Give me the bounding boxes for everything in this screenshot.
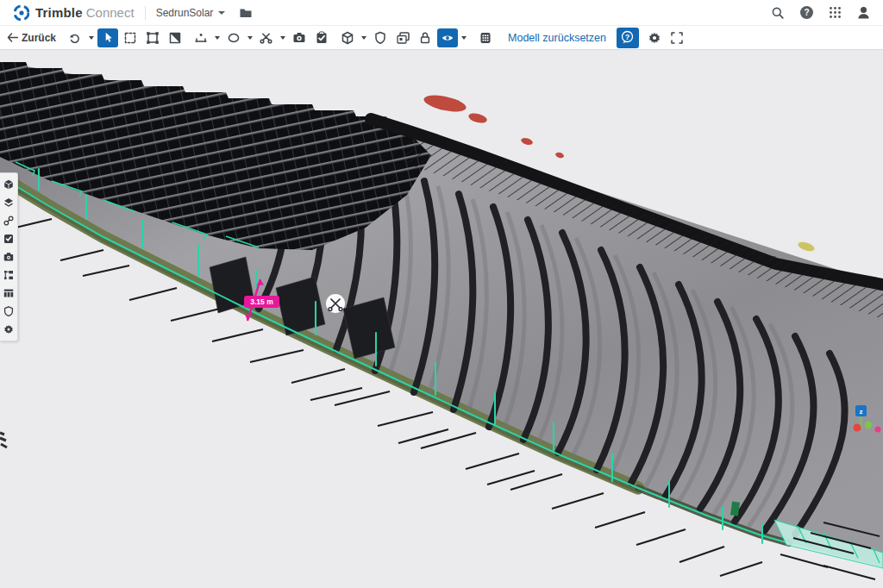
invert-selection-icon <box>168 31 182 45</box>
back-button[interactable]: Zurück <box>7 32 56 44</box>
undo-icon <box>68 31 82 45</box>
table-icon <box>3 288 14 298</box>
project-files-button[interactable] <box>239 7 253 19</box>
select-tool-button[interactable] <box>97 28 118 47</box>
cut-tool-button[interactable] <box>256 28 277 47</box>
protect-button[interactable] <box>370 28 391 47</box>
gizmo-pink-node <box>875 427 881 433</box>
measure-tool-button[interactable] <box>191 28 211 47</box>
cut-dropdown[interactable] <box>279 28 287 47</box>
sidebar-item-layers[interactable] <box>3 197 14 208</box>
markup-card-icon <box>396 31 410 45</box>
chevron-down-icon <box>218 11 225 15</box>
account-button[interactable] <box>856 5 871 20</box>
sidebar-item-settings[interactable] <box>3 324 14 335</box>
fullscreen-icon <box>670 31 684 45</box>
markup-button[interactable] <box>392 28 413 47</box>
eye-icon <box>441 31 454 45</box>
polygon-select-button[interactable] <box>142 28 163 47</box>
undo-button[interactable] <box>65 28 85 47</box>
reset-model-button[interactable]: Modell zurücksetzen <box>508 32 606 44</box>
arrow-left-icon <box>7 33 18 42</box>
search-button[interactable] <box>771 6 785 20</box>
brand-name-secondary: Connect <box>86 5 135 20</box>
shield-icon <box>373 31 387 45</box>
ghost-mode-button[interactable] <box>337 28 358 47</box>
cursor-arrow-icon <box>102 31 115 44</box>
sidebar-item-todos[interactable] <box>3 234 14 244</box>
settings-button[interactable] <box>644 28 665 47</box>
polygon-select-icon <box>146 31 160 45</box>
fullscreen-button[interactable] <box>667 28 687 47</box>
user-icon <box>856 5 871 20</box>
views-camera-icon <box>3 252 14 262</box>
back-label: Zurück <box>22 32 56 44</box>
help-pointer-button[interactable]: ? <box>617 28 639 48</box>
hierarchy-icon <box>3 270 14 280</box>
layers-icon <box>3 197 14 208</box>
gear-icon <box>648 31 661 45</box>
todo-check-icon <box>3 234 14 244</box>
measurement-label: 3.15 m <box>250 297 273 306</box>
clipboard-check-icon <box>315 31 329 45</box>
lock-icon <box>418 31 432 45</box>
todo-button[interactable] <box>311 28 332 47</box>
viewer-side-rail <box>0 172 18 341</box>
svg-text:?: ? <box>804 8 809 17</box>
models-cube-icon <box>3 179 14 190</box>
project-name: SedrunSolar <box>156 7 214 19</box>
brand[interactable]: Trimble Connect <box>14 5 135 21</box>
invert-selection-button[interactable] <box>165 28 185 47</box>
help-pin-icon: ? <box>620 30 635 45</box>
settings-gear-icon <box>3 324 14 335</box>
lock-button[interactable] <box>415 28 435 47</box>
gizmo-z-label: z <box>860 408 863 416</box>
clip-ellipse-button[interactable] <box>223 28 244 47</box>
help-button[interactable]: ? <box>799 5 814 20</box>
apps-grid-icon <box>829 6 842 19</box>
clash-shield-icon <box>3 306 14 316</box>
brand-name-primary: Trimble <box>35 5 83 20</box>
sidebar-item-clash-check[interactable] <box>3 306 14 316</box>
calculator-button[interactable] <box>475 28 496 47</box>
measure-icon <box>194 31 208 45</box>
gizmo-y-axis <box>865 422 872 428</box>
cube-icon <box>341 31 354 45</box>
project-selector[interactable]: SedrunSolar <box>156 7 226 19</box>
camera-icon <box>292 31 306 45</box>
undo-dropdown[interactable] <box>87 28 96 47</box>
app-header: Trimble Connect SedrunSolar ? <box>0 0 883 26</box>
calculator-icon <box>479 31 492 45</box>
cut-cursor <box>326 294 345 313</box>
ghost-mode-dropdown[interactable] <box>360 28 368 47</box>
viewport-3d-scene[interactable]: z 3.15 m <box>0 50 883 588</box>
viewer-toolbar: Zurück <box>0 26 883 50</box>
svg-text:?: ? <box>625 33 630 41</box>
folder-icon <box>239 7 253 19</box>
header-divider <box>145 6 146 20</box>
trimble-logo-icon <box>14 5 29 21</box>
link-icon <box>3 216 14 226</box>
app-launcher-button[interactable] <box>829 6 842 19</box>
help-icon: ? <box>799 5 814 20</box>
measure-dropdown[interactable] <box>213 28 222 47</box>
ellipse-icon <box>227 31 241 45</box>
sidebar-item-links[interactable] <box>3 216 14 226</box>
search-icon <box>771 6 785 20</box>
visibility-button[interactable] <box>437 28 458 47</box>
snapshot-button[interactable] <box>289 28 310 47</box>
sidebar-item-views[interactable] <box>3 252 14 262</box>
sidebar-item-tables[interactable] <box>3 288 14 298</box>
marquee-select-icon <box>123 31 137 45</box>
clip-ellipse-dropdown[interactable] <box>246 28 254 47</box>
gizmo-x-axis <box>854 424 861 432</box>
marquee-select-button[interactable] <box>120 28 141 47</box>
sidebar-item-hierarchy[interactable] <box>3 270 14 280</box>
visibility-dropdown[interactable] <box>460 28 468 47</box>
scissors-icon <box>260 31 273 45</box>
sidebar-item-models[interactable] <box>3 179 14 190</box>
